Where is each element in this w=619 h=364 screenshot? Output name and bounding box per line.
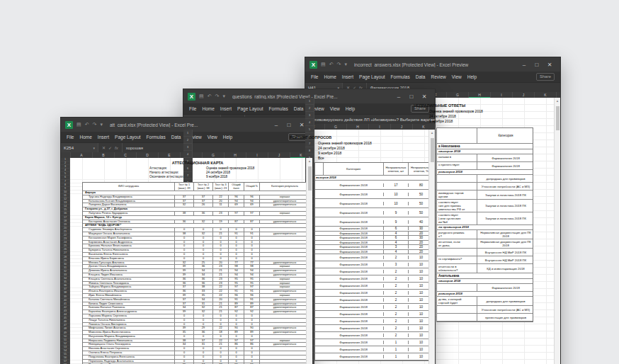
score-cell[interactable]: 38 (175, 339, 194, 343)
ribbon-tab-formulas[interactable]: Formulas (391, 74, 410, 79)
score-cell[interactable]: 0 (244, 253, 260, 256)
score-cell[interactable]: 31 (194, 302, 213, 306)
employee-name-cell[interactable]: Садикова Эльмира Альбертовна (83, 228, 175, 232)
scrollbar-thumb[interactable] (431, 138, 434, 162)
question-cell[interactable]: х препятствует (437, 162, 477, 169)
score-cell[interactable]: 96 (244, 294, 260, 297)
question-header-cell[interactable] (315, 163, 324, 175)
result-category-cell[interactable] (260, 356, 310, 359)
ribbon-tab-insert[interactable]: Insert (220, 106, 232, 111)
score-cell[interactable]: 19 (213, 220, 229, 224)
wrong-count-cell[interactable]: 6 (384, 236, 409, 239)
score-cell[interactable]: 23 (213, 212, 229, 215)
score-cell[interactable]: 95 (244, 282, 260, 285)
score-cell[interactable]: 36 (175, 282, 194, 285)
score-cell[interactable]: 21 (213, 306, 229, 309)
employee-name-cell[interactable]: Королёва Екатерина Александровна (83, 310, 175, 314)
undo-icon[interactable]: ↶ (329, 62, 334, 67)
score-cell[interactable]: 0 (213, 237, 229, 240)
vertical-scrollbar[interactable]: ▴ (554, 98, 560, 364)
score-cell[interactable]: 34 (175, 343, 194, 346)
score-cell[interactable]: 33 (194, 290, 213, 293)
score-cell[interactable]: 0 (244, 249, 260, 252)
wrong-count-cell[interactable]: 2 (384, 284, 409, 288)
result-category-cell[interactable] (260, 257, 310, 261)
employee-name-cell[interactable]: Мацицкая Оксана Анатольевна (83, 232, 175, 236)
result-category-cell[interactable]: хорошая (260, 285, 310, 289)
result-category-cell[interactable]: удовлетворительно (260, 269, 310, 273)
score-cell[interactable]: 0 (175, 356, 194, 359)
score-cell[interactable]: 0 (175, 244, 194, 248)
result-category-cell[interactable]: хорошая (260, 339, 310, 343)
score-cell[interactable]: 38 (175, 212, 194, 215)
score-cell[interactable]: 94 (244, 269, 260, 273)
header-cell[interactable]: Категория результата (260, 183, 310, 190)
result-category-cell[interactable]: хорошая (260, 195, 310, 199)
score-cell[interactable]: 86 (229, 343, 244, 346)
score-cell[interactable]: 0 (194, 335, 213, 339)
score-cell[interactable]: 0 (213, 351, 229, 355)
employee-name-cell[interactable]: Трусова Надежда Владимировна (83, 195, 175, 199)
score-cell[interactable]: 0 (244, 244, 260, 248)
score-cell[interactable]: 0 (194, 319, 213, 322)
category-header-cell[interactable]: Категория (324, 163, 384, 175)
score-cell[interactable]: 91 (244, 290, 260, 293)
survey-name-cell[interactable]: овизоров 2018 (437, 149, 534, 154)
score-cell[interactable]: 0 (213, 228, 229, 232)
employee-name-cell[interactable]: Катаева Светлана Михайловна (83, 298, 175, 302)
score-cell[interactable]: 0 (194, 351, 213, 355)
namebox-dropdown-icon[interactable]: ▾ (93, 146, 95, 150)
result-category-cell[interactable] (260, 253, 310, 256)
column-header-A[interactable]: A (71, 152, 93, 158)
category-cell[interactable]: Фармакология 2018 (324, 270, 384, 273)
question-cell[interactable]: соответствует ния для приема авительства… (437, 200, 477, 212)
score-cell[interactable]: 0 (229, 228, 244, 232)
scrollbar-thumb[interactable] (308, 166, 312, 190)
question-header-cell[interactable] (437, 128, 477, 143)
score-cell[interactable]: 0 (213, 335, 229, 339)
score-cell[interactable]: 22 (213, 326, 229, 330)
result-category-cell[interactable]: удовлетворительно (260, 306, 310, 309)
score-cell[interactable]: 91 (244, 298, 260, 302)
qat-dropdown-icon[interactable]: ▾ (100, 122, 103, 127)
ribbon-tab-page-layout[interactable]: Page Layout (115, 135, 141, 140)
score-cell[interactable]: 0 (175, 257, 194, 261)
category-cell[interactable]: Фармакология 2018 (324, 291, 384, 295)
employee-name-cell[interactable]: Демкова Ирина Анатольевна (83, 269, 175, 273)
cancel-icon[interactable]: ✕ (102, 145, 106, 150)
redo-icon[interactable]: ↷ (215, 93, 220, 99)
quick-access-toolbar[interactable]: ▤ ↶ ↷ ▾ (321, 62, 347, 67)
score-cell[interactable]: 91 (229, 290, 244, 293)
score-cell[interactable]: 32 (194, 220, 213, 224)
category-cell[interactable]: Внутренняя НД МиР 2018 ПК (477, 256, 534, 263)
result-category-cell[interactable] (260, 323, 310, 326)
ribbon-tab-data[interactable]: Data (294, 106, 304, 111)
score-cell[interactable]: 0 (244, 228, 260, 232)
category-cell[interactable]: Фармакология 2018 (324, 334, 384, 337)
employee-name-cell[interactable]: Брюхова Наталья Вячеславовна (83, 244, 175, 248)
score-cell[interactable]: 0 (244, 356, 260, 359)
category-cell[interactable]: КД и инвентаризация 2018 (477, 264, 534, 273)
header-cell[interactable]: Тест № 3 (макс): 23 (213, 183, 229, 190)
employee-name-cell[interactable]: Ларькова Марина Сергеевна (83, 314, 175, 318)
wrong-count-cell[interactable]: 6 (384, 227, 409, 230)
score-cell[interactable]: 29 (194, 326, 213, 330)
group-name-cell[interactable]: Гагарина ул., д.37, г. Добрянка (83, 207, 310, 211)
score-cell[interactable]: 22 (213, 195, 229, 199)
category-cell[interactable]: презентация для провизоров (477, 314, 534, 321)
row-headers[interactable]: 1234567891011121314151617181920212223242… (61, 158, 70, 364)
wrong-count-cell[interactable]: 2 (384, 334, 409, 337)
score-cell[interactable]: 32 (194, 232, 213, 236)
score-cell[interactable]: 0 (213, 244, 229, 248)
ribbon-tab-formulas[interactable]: Formulas (269, 106, 288, 111)
category-cell[interactable]: Фармакология 2018 (477, 162, 534, 169)
wrong-count-cell[interactable]: 2 (384, 319, 409, 323)
result-category-cell[interactable] (260, 319, 310, 322)
question-cell[interactable]: дства, к которой сорный будет (437, 297, 477, 305)
score-cell[interactable]: 0 (229, 360, 244, 363)
score-cell[interactable]: 0 (194, 323, 213, 326)
score-cell[interactable]: 94 (229, 269, 244, 273)
score-cell[interactable]: 0 (229, 335, 244, 339)
category-cell[interactable]: Закупки и логистика 2018 ПК (477, 212, 534, 224)
wrong-count-cell[interactable]: 3 (384, 245, 409, 249)
